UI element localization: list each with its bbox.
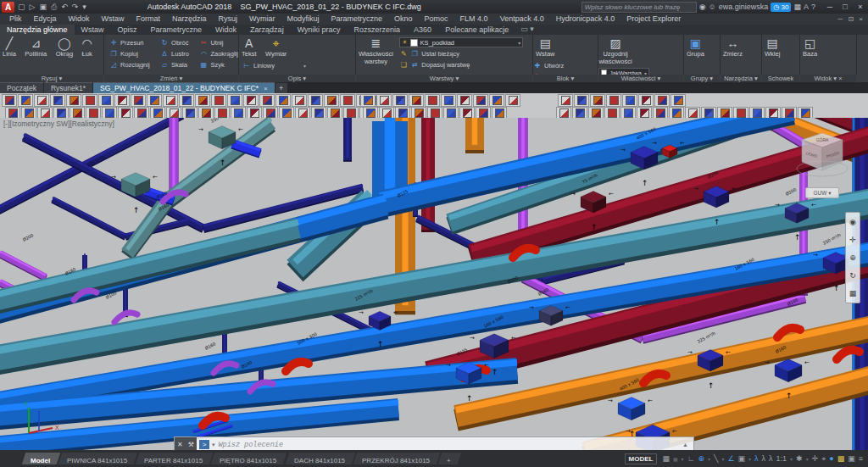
status-toggle-16[interactable]: ▾ — [790, 456, 793, 462]
steering-wheel-icon[interactable]: ◉ — [849, 218, 856, 226]
toolbar-button[interactable] — [114, 94, 130, 107]
group-button[interactable]: ▣Grupa — [684, 35, 707, 58]
file-tab-1[interactable]: Początek — [0, 82, 43, 93]
ribbon-collapse-icon[interactable]: ▭ ▾ — [520, 25, 534, 35]
ribbon-tab-3[interactable]: Opisz — [111, 25, 144, 35]
toolbar-button[interactable] — [505, 94, 520, 107]
file-tab-close-icon[interactable]: × — [264, 85, 268, 92]
layout-tab-dach-841x1015[interactable]: DACH 841x1015 — [285, 453, 355, 464]
toolbar-button[interactable] — [211, 94, 226, 107]
layer-properties-button[interactable]: ≣Właściwościwarstwy — [356, 35, 396, 65]
status-toggle-19[interactable]: ✛ — [812, 454, 819, 463]
toolbar-button[interactable] — [457, 94, 472, 107]
new-drawing-tab-button[interactable]: + — [275, 83, 287, 93]
view-cube[interactable]: GÓRA LEWO PRZÓD — [793, 130, 853, 182]
command-line-grip[interactable]: ✕ ⚒ — [175, 437, 197, 450]
panel-name-wlasciwosci[interactable]: Właściwości ▾ — [598, 75, 683, 82]
toolbar-button[interactable] — [473, 94, 488, 107]
status-toggle-11[interactable]: ▾ — [748, 456, 751, 462]
command-prompt-text[interactable]: Wpisz polecenie — [219, 441, 284, 449]
toolbar-button[interactable] — [147, 94, 162, 107]
command-dropdown-icon[interactable]: ▾ — [212, 442, 215, 448]
layout-tab--[interactable]: + — [437, 453, 460, 464]
match-properties-button[interactable]: ▨Uzgodnijwłaściwości — [598, 35, 632, 65]
toolbar-button[interactable] — [590, 94, 605, 107]
toolbar-button[interactable] — [441, 94, 456, 107]
toolbar-button[interactable] — [98, 94, 114, 107]
copy-button[interactable]: ❐Kopiuj — [109, 48, 150, 58]
base-view-button[interactable]: ◱Baza — [800, 35, 820, 58]
toolbar-button[interactable] — [163, 94, 178, 107]
ribbon-tab-10[interactable]: Polecane aplikacje — [438, 25, 515, 35]
file-tab-3[interactable]: SG_PW_HVAC_2018_01_22 - BUDYNEK C IFC*× — [93, 82, 275, 93]
document-window-controls[interactable]: ─ ⊡ × — [838, 15, 868, 23]
signed-in-user[interactable]: ewa.giniewska — [719, 3, 769, 11]
toolbar-button[interactable] — [195, 94, 210, 107]
status-toggle-18[interactable]: ▾ — [806, 456, 809, 462]
paste-button[interactable]: ▤Wklej — [762, 35, 782, 58]
dimension-button[interactable]: ⌖Wymiar — [263, 35, 289, 58]
menu-item-3[interactable]: Widok — [63, 14, 96, 25]
toolbar-button[interactable] — [34, 94, 49, 107]
array-button[interactable]: ▦Szyk — [199, 59, 238, 69]
new-icon[interactable]: ▢ — [16, 3, 27, 11]
toolbar-button[interactable] — [558, 94, 573, 107]
status-toggle-10[interactable]: ▣ — [738, 454, 746, 463]
notification-badge[interactable]: ◷ 30 — [771, 3, 791, 12]
status-toggle-1[interactable]: ▦ — [662, 454, 670, 463]
menu-item-5[interactable]: Format — [131, 14, 167, 25]
status-toggle-14[interactable]: λ — [769, 454, 773, 463]
status-toggle-12[interactable]: λ — [754, 454, 759, 463]
set-current-button[interactable]: ✎❐Ustal bieżący — [399, 48, 525, 58]
viewcube-top-label[interactable]: GÓRA — [816, 137, 829, 142]
menu-item-11[interactable]: Okno — [388, 14, 419, 25]
save-icon[interactable]: ▣ — [37, 3, 48, 11]
toolbar-button[interactable] — [654, 94, 670, 107]
ribbon-tab-5[interactable]: Widok — [209, 25, 243, 35]
panel-name-opis[interactable]: Opis ▾ — [239, 75, 355, 82]
close-button[interactable]: × — [853, 1, 868, 13]
autodesk-icon[interactable]: A — [804, 3, 809, 11]
status-toggle-7[interactable]: ╲ — [714, 454, 718, 463]
move-button[interactable]: ✛Przesuń — [109, 37, 150, 47]
status-toggle-20[interactable]: ⌖ — [821, 454, 826, 464]
redo-icon[interactable]: ↷ — [70, 3, 81, 11]
scale-button[interactable]: ▱Skala — [160, 59, 189, 69]
measure-button[interactable]: ↔Zmierz — [721, 35, 745, 58]
drawing-canvas[interactable]: →←→←→←→←→←→←→←→←→←→←→←→←→←→←→←→←225 m³/h… — [0, 118, 868, 450]
toolbar-button[interactable] — [360, 94, 376, 107]
status-toggle-15[interactable]: 1:1 — [776, 454, 787, 463]
toolbar-button[interactable] — [227, 94, 242, 107]
help-icon[interactable]: ? — [811, 3, 815, 11]
menu-item-8[interactable]: Wymiar — [243, 14, 281, 25]
stretch-button[interactable]: ◿Rozciągnij — [109, 59, 150, 69]
toolbar-button[interactable] — [340, 94, 355, 107]
mirror-button[interactable]: ∆Lustro — [160, 48, 189, 58]
ribbon-tab-1[interactable]: Narzędzia główne — [0, 25, 75, 35]
layout-tab-model[interactable]: Model — [22, 453, 61, 464]
toolbar-button[interactable] — [489, 94, 504, 107]
status-toggle-6[interactable]: ▾ — [708, 456, 710, 462]
ribbon-tab-6[interactable]: Zarządzaj — [243, 25, 291, 35]
panel-name-widok[interactable]: Widok ▾ × — [800, 75, 856, 82]
file-tab-2[interactable]: Rysunek1* — [44, 82, 92, 93]
toolbar-button[interactable] — [66, 94, 81, 107]
toolbar-button[interactable] — [50, 94, 65, 107]
plot-icon[interactable]: ⎙ — [49, 3, 58, 12]
linear-button[interactable]: ⊢Liniowy ▾ — [242, 60, 306, 70]
menu-item-14[interactable]: Ventpack 4.0 — [494, 14, 550, 25]
menu-item-6[interactable]: Narzędzia — [166, 14, 213, 25]
toolbar-button[interactable] — [292, 94, 307, 107]
customize-icon[interactable]: ⚒ — [188, 441, 194, 448]
panel-name-warstwy[interactable]: Warstwy ▾ — [356, 75, 532, 82]
toolbar-button[interactable] — [606, 94, 621, 107]
rotate-button[interactable]: ↻Obróć — [160, 37, 189, 47]
motion-icon[interactable]: ▦ — [849, 289, 857, 297]
toolbar-button[interactable] — [259, 94, 275, 107]
polyline-button[interactable]: ⊿Polilinia — [22, 35, 49, 58]
menu-item-10[interactable]: Parametryczne — [326, 14, 389, 25]
status-toggle-23[interactable]: ▣ — [848, 454, 855, 463]
status-toggle-2[interactable]: ▦ — [673, 456, 678, 462]
maximize-button[interactable]: □ — [837, 1, 853, 13]
menu-item-2[interactable]: Edycja — [28, 14, 63, 25]
